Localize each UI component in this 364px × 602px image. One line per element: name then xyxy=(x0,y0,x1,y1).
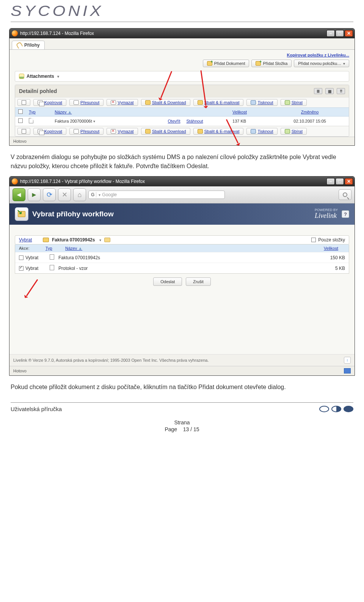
header-rule xyxy=(11,22,353,22)
firefox-icon xyxy=(12,178,18,184)
col-typ[interactable]: Typ xyxy=(46,246,58,251)
attachments-table: Typ Název ▲ Velikost Změněno Faktura 200… xyxy=(15,107,349,126)
view-grid-icon[interactable]: ▦ xyxy=(325,88,334,94)
download-link[interactable]: Stáhnout xyxy=(187,119,203,123)
firefox-icon xyxy=(12,30,18,36)
brand-logo: SYCONIX xyxy=(11,3,364,19)
add-folder-button[interactable]: Přidat Složka xyxy=(251,60,292,67)
up-folder-icon[interactable] xyxy=(104,238,110,242)
tool-move[interactable]: Přesunout xyxy=(69,99,104,106)
forward-button[interactable]: ► xyxy=(28,188,41,201)
tool-print[interactable]: Tisknout xyxy=(246,99,277,106)
only-folders-label: Pouze složky xyxy=(318,237,345,243)
tool-copy[interactable]: Kopírovat xyxy=(33,99,66,106)
row-size: 5 KB xyxy=(315,266,345,271)
back-button[interactable]: ◄ xyxy=(13,188,25,201)
add-new-item-label: Přidat novou položku… xyxy=(298,61,341,66)
chevron-down-icon[interactable]: ▾ xyxy=(57,74,59,79)
tab-prilohy[interactable]: Přílohy xyxy=(12,41,45,49)
copy-from-livelink-link[interactable]: Kopírovat položku z Livelinku... xyxy=(287,53,349,57)
table-row[interactable]: Faktura 200700006t ▾ Otevřít Stáhnout 13… xyxy=(15,117,349,126)
tool-copy[interactable]: Kopírovat xyxy=(33,128,66,135)
checkbox-all-bottom[interactable] xyxy=(17,128,30,135)
tool-pack-email[interactable]: Sbalit & E-mailovat xyxy=(193,128,244,135)
row-name: Faktura 200700006t ▾ xyxy=(52,117,146,126)
folder-selector-row: Vybrat Faktura 070019942s ▾ Pouze složky xyxy=(15,235,349,244)
tool-delete[interactable]: Vymazat xyxy=(107,99,138,106)
home-button[interactable]: ⌂ xyxy=(73,188,86,201)
select-items-table: Akce: Typ Název ▲ Velikost Vybrat Faktur… xyxy=(15,244,349,274)
tool-collect[interactable]: Sbírat xyxy=(281,99,307,106)
row-name: Protokol - vzor xyxy=(58,266,315,271)
search-box[interactable]: G ▾ Google xyxy=(88,191,225,199)
firefox-window-2: http://192.168.7.124 - Vybrat přílohy wo… xyxy=(9,176,355,376)
col-velikost[interactable]: Velikost xyxy=(308,246,338,251)
table-row[interactable]: Vybrat Protokol - vzor 5 KB xyxy=(15,263,349,273)
send-button[interactable]: Odeslat xyxy=(153,277,182,286)
add-document-label: Přidat Dokument xyxy=(214,61,245,66)
vybrat-link[interactable]: Vybrat xyxy=(19,237,40,243)
oval-full-icon xyxy=(344,406,353,412)
paperclip-icon xyxy=(16,41,23,49)
search-icon xyxy=(343,192,347,197)
search-engine-label: G xyxy=(91,192,96,197)
col-typ[interactable]: Typ xyxy=(26,108,52,117)
scroll-top-button[interactable]: ↑ xyxy=(344,357,351,364)
current-folder-name: Faktura 070019942s xyxy=(52,237,95,243)
minimize-button[interactable]: – xyxy=(326,30,335,37)
firefox-window-1: http://192.168.7.124 - Mozilla Firefox –… xyxy=(9,28,355,146)
add-folder-icon xyxy=(256,61,261,66)
tool-pack-download[interactable]: Sbalit & Download xyxy=(141,128,190,135)
footer-left: Uživatelská příručka xyxy=(11,406,62,412)
checkbox-header[interactable] xyxy=(18,109,23,114)
stop-button[interactable]: ✕ xyxy=(58,188,71,201)
open-link[interactable]: Otevřít xyxy=(168,119,180,123)
page-number-block: Strana Page 13 / 15 xyxy=(0,419,364,433)
oval-empty-icon xyxy=(319,406,329,412)
col-velikost[interactable]: Velikost xyxy=(229,108,271,117)
row-name: Faktura 070019942s xyxy=(58,255,315,260)
add-document-button[interactable]: Přidat Dokument xyxy=(203,60,249,67)
close-button[interactable]: ✕ xyxy=(345,178,353,185)
workflow-folder-icon xyxy=(15,207,28,221)
maximize-button[interactable]: □ xyxy=(336,178,344,185)
instruction-paragraph-1: V zobrazeném dialogu se pohybujte po slo… xyxy=(11,153,353,171)
search-button[interactable] xyxy=(339,189,351,200)
add-new-item-button[interactable]: Přidat novou položku… ▾ xyxy=(294,60,349,67)
view-compact-icon[interactable]: ⠿ xyxy=(337,88,345,94)
tool-move[interactable]: Přesunout xyxy=(69,128,104,135)
row-checkbox[interactable] xyxy=(19,255,24,260)
chevron-down-icon[interactable]: ▾ xyxy=(99,238,101,242)
view-list-icon[interactable]: ≣ xyxy=(314,88,322,94)
window-title-1: http://192.168.7.124 - Mozilla Firefox xyxy=(20,31,326,36)
cancel-button[interactable]: Zrušit xyxy=(186,277,211,286)
close-button[interactable]: ✕ xyxy=(345,30,353,37)
folder-icon xyxy=(43,238,49,242)
window-title-2: http://192.168.7.124 - Vybrat přílohy wo… xyxy=(20,179,326,184)
row-checkbox[interactable] xyxy=(18,118,23,123)
col-nazev[interactable]: Název ▲ xyxy=(65,246,301,251)
footer-logo-dots xyxy=(319,406,353,412)
tool-pack-download[interactable]: Sbalit & Download xyxy=(141,99,190,106)
tool-collect[interactable]: Sbírat xyxy=(281,128,307,135)
detail-title: Detailní pohled xyxy=(19,88,57,94)
col-zmeneno[interactable]: Změněno xyxy=(271,108,349,117)
add-doc-icon xyxy=(207,61,212,66)
row-checkbox[interactable] xyxy=(19,266,24,271)
help-button[interactable]: ? xyxy=(342,210,349,218)
minimize-button[interactable]: – xyxy=(326,178,335,185)
col-akce: Akce: xyxy=(19,246,46,251)
table-row[interactable]: Vybrat Faktura 070019942s 150 KB xyxy=(15,252,349,263)
file-icon xyxy=(29,118,33,123)
col-nazev[interactable]: Název ▲ xyxy=(52,108,146,117)
tool-print[interactable]: Tisknout xyxy=(246,128,277,135)
refresh-button[interactable]: ⟳ xyxy=(43,188,56,201)
attachments-label: Attachments xyxy=(27,74,54,79)
tool-delete[interactable]: Vymazat xyxy=(107,128,138,135)
maximize-button[interactable]: □ xyxy=(336,30,344,37)
add-folder-label: Přidat Složka xyxy=(263,61,287,66)
only-folders-checkbox[interactable] xyxy=(311,238,316,242)
tool-pack-email[interactable]: Sbalit & E-mailovat xyxy=(193,99,244,106)
checkbox-all-top[interactable] xyxy=(17,99,30,106)
file-icon xyxy=(50,265,54,270)
